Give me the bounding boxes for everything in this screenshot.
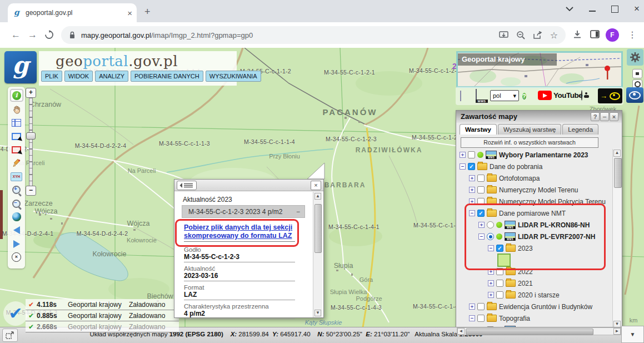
install-app-icon[interactable] bbox=[499, 31, 508, 39]
layer-label[interactable]: Dane do pobrania bbox=[490, 163, 542, 171]
expand-all-layers-button[interactable]: Rozwiń inf. o wszystkich warstwach bbox=[461, 137, 598, 148]
accessibility-button[interactable] bbox=[581, 91, 582, 101]
layer-label[interactable]: Ortofotomapa bbox=[499, 175, 540, 182]
tree-scrollbar-thumb[interactable] bbox=[614, 158, 622, 188]
layer-checkbox[interactable] bbox=[468, 151, 475, 158]
help-button[interactable]: ? bbox=[522, 91, 526, 101]
collapse-icon[interactable]: − bbox=[469, 315, 475, 321]
layer-checkbox[interactable] bbox=[477, 175, 485, 182]
layer-checkbox[interactable] bbox=[477, 186, 485, 193]
slider-zoom-out-button[interactable]: − bbox=[26, 186, 36, 196]
downloads-icon[interactable] bbox=[572, 29, 582, 42]
geoportal-logo[interactable]: g bbox=[4, 51, 37, 83]
popup-back-to-list-button[interactable] bbox=[177, 181, 197, 190]
settings-gear-button[interactable] bbox=[627, 49, 643, 66]
share-icon[interactable] bbox=[533, 31, 542, 39]
pan-tool-button[interactable] bbox=[11, 103, 23, 115]
side-panel-icon[interactable] bbox=[590, 30, 600, 41]
slider-zoom-in-button[interactable]: + bbox=[26, 88, 36, 98]
expand-icon[interactable]: + bbox=[469, 187, 475, 193]
expand-icon[interactable]: + bbox=[488, 292, 494, 298]
layer-label[interactable]: Numeryczny Model Terenu bbox=[499, 186, 578, 194]
scroll-down-icon[interactable]: ▼ bbox=[314, 310, 321, 316]
tab-warstwy[interactable]: Warstwy bbox=[460, 124, 497, 135]
layer-checkbox[interactable] bbox=[477, 303, 485, 310]
window-close-button[interactable]: × bbox=[634, 3, 640, 14]
address-bar[interactable]: mapy.geoportal.gov.pl/imap/Imgp_2.html?g… bbox=[61, 26, 566, 44]
window-maximize-button[interactable] bbox=[611, 6, 618, 13]
panel-scroll-corner[interactable]: ▼ bbox=[621, 326, 644, 343]
forward-button[interactable]: → bbox=[28, 29, 37, 41]
layer-label[interactable]: 2021 bbox=[518, 280, 533, 287]
popup-scrollbar[interactable]: ▲ ▼ bbox=[313, 192, 322, 317]
browser-tab[interactable]: g geoportal.gov.pl × bbox=[8, 3, 137, 22]
panel-close-button[interactable]: × bbox=[610, 112, 618, 121]
menu-analizy[interactable]: ANALIZY bbox=[95, 71, 128, 82]
menu-wyszukiwania[interactable]: WYSZUKIWANIA bbox=[206, 71, 261, 82]
layer-checkbox[interactable] bbox=[477, 315, 485, 322]
zoom-out-tool-button[interactable]: − bbox=[11, 198, 23, 210]
draw-tool-button[interactable] bbox=[11, 157, 23, 169]
collapse-icon[interactable]: − bbox=[296, 206, 300, 218]
panel-minimize-button[interactable]: ‒ bbox=[600, 112, 609, 121]
window-minimize-button[interactable] bbox=[589, 11, 596, 12]
profile-avatar[interactable]: F bbox=[606, 28, 619, 42]
layer-checkbox[interactable] bbox=[496, 291, 503, 299]
chrome-menu-icon[interactable]: ⋮ bbox=[628, 29, 637, 40]
select-by-rectangle-button[interactable] bbox=[11, 131, 23, 142]
scroll-up-icon[interactable]: ▲ bbox=[314, 193, 321, 200]
bookmark-star-icon[interactable]: ☆ bbox=[550, 30, 558, 41]
layer-checkbox[interactable] bbox=[496, 280, 503, 287]
scroll-up-icon[interactable]: ▲ bbox=[613, 150, 621, 157]
tab-close-icon[interactable]: × bbox=[127, 9, 132, 17]
panel-help-button[interactable]: ? bbox=[591, 112, 600, 121]
wms-services-button[interactable]: WMS bbox=[476, 90, 488, 103]
language-select[interactable]: pol▾ bbox=[490, 90, 519, 101]
scroll-right-icon[interactable]: ► bbox=[613, 328, 621, 335]
popup-close-button[interactable]: × bbox=[311, 181, 321, 190]
map-mini-button-1[interactable] bbox=[632, 69, 642, 78]
new-tab-button[interactable]: + bbox=[144, 6, 151, 18]
tab-legenda[interactable]: Legenda bbox=[562, 124, 598, 135]
contrast-toggle-button[interactable]: → bbox=[598, 88, 622, 103]
tab-wyszukaj-warstwę[interactable]: Wyszukaj warstwę bbox=[498, 124, 561, 135]
attribute-table-button[interactable] bbox=[11, 117, 23, 128]
deselect-by-rectangle-button[interactable] bbox=[11, 144, 23, 156]
visibility-button[interactable] bbox=[626, 87, 643, 103]
layer-checkbox[interactable]: ✓ bbox=[468, 163, 475, 170]
zoom-level-icon[interactable] bbox=[516, 31, 525, 39]
full-extent-button[interactable] bbox=[11, 211, 23, 223]
menu-widok[interactable]: WIDOK bbox=[64, 71, 93, 82]
youtube-link[interactable]: YouTube bbox=[538, 91, 582, 100]
expand-icon[interactable]: + bbox=[460, 152, 466, 158]
center-map-button[interactable]: × bbox=[11, 251, 23, 263]
measure-extent-button[interactable] bbox=[2, 329, 18, 342]
back-button[interactable]: ← bbox=[11, 29, 21, 41]
expand-icon[interactable]: + bbox=[469, 175, 475, 181]
layer-label[interactable]: Wybory Parlamentarne 2023 bbox=[499, 151, 588, 159]
menu-plik[interactable]: PLIK bbox=[41, 71, 62, 82]
panel-scrollbar-thumb[interactable] bbox=[466, 329, 593, 335]
layer-label[interactable]: 2020 i starsze bbox=[518, 291, 560, 299]
chrome-profile-chevron-icon[interactable] bbox=[566, 7, 573, 11]
layer-label[interactable]: Topografia bbox=[499, 315, 530, 322]
panel-horizontal-scrollbar[interactable]: ◄ ► bbox=[457, 327, 621, 335]
scroll-left-icon[interactable]: ◄ bbox=[457, 328, 465, 335]
xyh-coordinates-button[interactable]: XYH bbox=[11, 171, 23, 182]
menu-pobieranie-danych[interactable]: POBIERANIE DANYCH bbox=[131, 71, 203, 82]
collapse-icon[interactable]: − bbox=[460, 163, 466, 170]
coordinates-grid-button[interactable] bbox=[460, 91, 461, 101]
previous-view-button[interactable] bbox=[11, 225, 23, 236]
expand-icon[interactable]: + bbox=[469, 304, 475, 310]
zoom-in-tool-button[interactable]: + bbox=[11, 184, 23, 196]
expand-icon[interactable]: + bbox=[488, 280, 494, 286]
reload-button[interactable] bbox=[44, 30, 54, 39]
layer-label[interactable]: Ewidencja Gruntów i Budynków bbox=[499, 303, 592, 311]
slider-track[interactable] bbox=[29, 98, 33, 187]
tree-vertical-scrollbar[interactable]: ▲ ▼ bbox=[612, 149, 621, 329]
identify-tool-button[interactable]: i bbox=[10, 89, 23, 102]
next-view-button[interactable] bbox=[11, 238, 23, 250]
popup-scrollbar-thumb[interactable] bbox=[314, 204, 322, 253]
popup-feature-header[interactable]: M-34-55-C-c-1-2-3 2023 4 p/m2− bbox=[182, 205, 305, 218]
slider-handle[interactable] bbox=[26, 132, 36, 140]
